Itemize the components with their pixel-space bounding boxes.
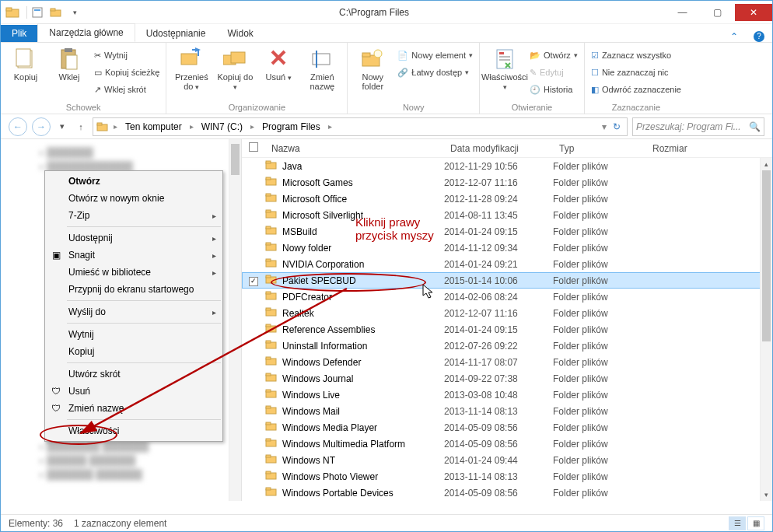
- checkbox-icon[interactable]: ✓: [249, 277, 258, 286]
- table-row[interactable]: Windows Photo Viewer2013-11-14 08:13Fold…: [242, 468, 772, 485]
- table-row[interactable]: Microsoft Games2012-12-07 11:16Folder pl…: [242, 174, 772, 191]
- newitem-button[interactable]: 📄Nowy element ▾: [396, 47, 474, 63]
- ctx-sendto[interactable]: Wyślij do▸: [45, 303, 222, 320]
- ctx-open[interactable]: Otwórz: [45, 173, 222, 190]
- file-name: Uninstall Information: [282, 341, 367, 352]
- breadcrumb[interactable]: ▸ Ten komputer▸ WIN7 (C:)▸ Program Files…: [93, 117, 628, 136]
- properties-icon[interactable]: [29, 4, 46, 21]
- moveto-button[interactable]: Przenieś do ▾: [171, 44, 212, 92]
- cut-button[interactable]: ✂Wytnij: [93, 47, 161, 63]
- forward-button[interactable]: →: [32, 117, 51, 136]
- svg-rect-13: [231, 52, 245, 63]
- tree-scrollbar[interactable]: [229, 139, 241, 501]
- crumb-1[interactable]: WIN7 (C:): [198, 121, 246, 132]
- col-size[interactable]: Rozmiar: [646, 143, 708, 154]
- checkbox-header[interactable]: [249, 142, 258, 152]
- table-row[interactable]: Windows Mail2013-11-14 08:13Folder plikó…: [242, 403, 772, 419]
- crumb-0[interactable]: Ten komputer: [122, 121, 185, 132]
- ctx-delete[interactable]: 🛡Usuń: [45, 383, 222, 400]
- open-button[interactable]: 📂Otwórz ▾: [528, 47, 579, 63]
- table-row[interactable]: Uninstall Information2012-07-26 09:22Fol…: [242, 338, 772, 354]
- dropdown-icon[interactable]: ▾: [602, 121, 607, 132]
- file-name: Windows Journal: [282, 373, 353, 384]
- ctx-share[interactable]: Udostępnij▸: [45, 229, 222, 247]
- table-row[interactable]: Nowy folder2014-11-12 09:34Folder plików: [242, 240, 772, 256]
- refresh-button[interactable]: ↻: [610, 121, 624, 132]
- list-scrollbar[interactable]: ▴ ▾: [760, 158, 772, 501]
- table-row[interactable]: Realtek2012-12-07 11:16Folder plików: [242, 305, 772, 321]
- history-button[interactable]: 🕘Historia: [528, 82, 579, 97]
- shortcut-icon: ↗: [94, 85, 101, 95]
- qat-dropdown-icon[interactable]: ▾: [66, 4, 83, 21]
- col-date[interactable]: Data modyfikacji: [444, 143, 553, 154]
- folder-icon: [265, 241, 278, 254]
- ctx-properties[interactable]: Właściwości: [45, 422, 222, 439]
- tab-view[interactable]: Widok: [216, 25, 264, 42]
- pasteshortcut-button[interactable]: ↗Wklej skrót: [93, 82, 161, 97]
- back-button[interactable]: ←: [9, 117, 27, 136]
- ctx-cut[interactable]: Wytnij: [45, 326, 222, 343]
- maximize-button[interactable]: ▢: [700, 4, 735, 21]
- easyaccess-button[interactable]: 🔗Łatwy dostęp ▾: [396, 65, 474, 80]
- file-type: Folder plików: [553, 177, 646, 188]
- ctx-open-new[interactable]: Otwórz w nowym oknie: [45, 190, 222, 207]
- minimize-ribbon-button[interactable]: ⌃: [722, 31, 746, 42]
- help-button[interactable]: ?: [746, 30, 772, 42]
- folder-icon: [265, 274, 278, 287]
- ctx-pin[interactable]: Przypnij do ekranu startowego: [45, 281, 222, 298]
- copypath-button[interactable]: ▭Kopiuj ścieżkę: [93, 65, 161, 80]
- column-headers[interactable]: Nazwa Data modyfikacji Typ Rozmiar: [242, 139, 772, 158]
- table-row[interactable]: MSBuild2014-01-24 09:15Folder plików: [242, 223, 772, 240]
- table-row[interactable]: Windows Live2013-03-08 10:48Folder plikó…: [242, 387, 772, 403]
- table-row[interactable]: Java2012-11-29 10:56Folder plików: [242, 158, 772, 174]
- recent-locations-button[interactable]: ▾: [55, 121, 69, 131]
- delete-button[interactable]: Usuń ▾: [258, 44, 299, 82]
- navigation-pane[interactable]: ▸ ███████▸ █████████████ ▸ ████████ ████…: [1, 139, 242, 501]
- folder-icon[interactable]: [4, 4, 21, 21]
- tab-home[interactable]: Narzędzia główne: [37, 23, 135, 42]
- paste-button[interactable]: Wklej: [49, 44, 89, 82]
- close-button[interactable]: ✕: [735, 4, 772, 21]
- invert-button[interactable]: ◧Odwróć zaznaczenie: [589, 82, 683, 97]
- selectall-button[interactable]: ☑Zaznacz wszystko: [589, 47, 683, 63]
- col-name[interactable]: Nazwa: [265, 143, 444, 154]
- table-row[interactable]: ✓Pakiet SPECBUD2015-01-14 10:06Folder pl…: [242, 272, 772, 289]
- ctx-rename[interactable]: 🛡Zmień nazwę: [45, 400, 222, 417]
- ribbon-group-select: ☑Zaznacz wszystko ☐Nie zaznaczaj nic ◧Od…: [585, 43, 687, 114]
- view-details-button[interactable]: ☰: [729, 516, 746, 530]
- table-row[interactable]: Windows Portable Devices2014-05-09 08:56…: [242, 485, 772, 501]
- copyto-button[interactable]: Kopiuj do ▾: [215, 44, 255, 92]
- table-row[interactable]: PDFCreator2014-02-06 08:24Folder plików: [242, 289, 772, 305]
- table-row[interactable]: Reference Assemblies2014-01-24 09:15Fold…: [242, 321, 772, 338]
- search-input[interactable]: Przeszukaj: Program Fi... 🔍: [632, 117, 764, 136]
- copy-button[interactable]: Kopiuj: [5, 44, 46, 82]
- crumb-2[interactable]: Program Files: [259, 121, 324, 132]
- minimize-button[interactable]: —: [665, 4, 700, 21]
- rename-button[interactable]: Zmień nazwę: [302, 44, 342, 91]
- table-row[interactable]: Windows NT2014-01-24 09:44Folder plików: [242, 452, 772, 468]
- table-row[interactable]: Windows Media Player2014-05-09 08:56Fold…: [242, 419, 772, 436]
- tab-file[interactable]: Plik: [1, 25, 37, 42]
- table-row[interactable]: Windows Multimedia Platform2014-05-09 08…: [242, 436, 772, 452]
- table-row[interactable]: Microsoft Silverlight2014-08-11 13:45Fol…: [242, 207, 772, 223]
- ctx-7zip[interactable]: 7-Zip▸: [45, 207, 222, 224]
- file-name: Windows Defender: [282, 357, 361, 368]
- table-row[interactable]: Windows Defender2014-11-17 08:07Folder p…: [242, 354, 772, 370]
- view-icons-button[interactable]: ▦: [747, 516, 764, 530]
- tab-share[interactable]: Udostępnianie: [135, 25, 217, 42]
- table-row[interactable]: Microsoft Office2012-11-28 09:24Folder p…: [242, 191, 772, 207]
- newfolder-icon[interactable]: [47, 4, 65, 21]
- ctx-copy[interactable]: Kopiuj: [45, 343, 222, 360]
- col-type[interactable]: Typ: [553, 143, 646, 154]
- file-name: MSBuild: [282, 226, 317, 237]
- table-row[interactable]: Windows Journal2014-09-22 07:38Folder pl…: [242, 370, 772, 387]
- ctx-shortcut[interactable]: Utwórz skrót: [45, 366, 222, 383]
- file-type: Folder plików: [553, 471, 646, 482]
- ctx-include[interactable]: Umieść w bibliotece▸: [45, 264, 222, 281]
- newfolder-button[interactable]: Nowy folder: [352, 44, 393, 91]
- ctx-snagit[interactable]: ▣Snagit▸: [45, 247, 222, 264]
- table-row[interactable]: NVIDIA Corporation2014-01-24 09:21Folder…: [242, 256, 772, 272]
- up-button[interactable]: ↑: [74, 122, 88, 131]
- properties-button[interactable]: Właściwości ▾: [484, 44, 525, 92]
- selectnone-button[interactable]: ☐Nie zaznaczaj nic: [589, 65, 683, 80]
